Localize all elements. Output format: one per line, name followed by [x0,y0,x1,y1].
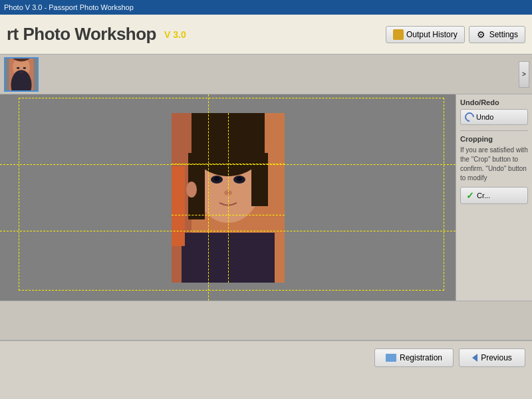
registration-button[interactable]: Registration [374,348,454,367]
thumbnail-scroll-button[interactable]: > [519,61,529,88]
settings-icon: ⚙ [476,29,487,40]
scroll-label: > [522,70,526,78]
svg-rect-16 [251,153,268,206]
svg-rect-23 [172,166,185,246]
footer: Registration Previous [0,340,532,374]
undo-label: Undo [476,113,493,121]
header: rt Photo Workshop V 3.0 Output History ⚙… [0,15,532,55]
cropping-section: Cropping If you are satisfied with the "… [460,130,528,204]
svg-rect-11 [182,233,275,283]
thumbnail-image [5,57,37,92]
checkmark-icon: ✓ [466,190,474,201]
svg-point-20 [237,177,242,181]
app-title: rt Photo Workshop [7,24,156,45]
main-content: Undo/Redo Undo Cropping If you are satis… [0,94,532,301]
thumbnail-item[interactable] [4,57,39,92]
header-buttons: Output History ⚙ Settings [386,26,525,43]
svg-point-22 [186,182,197,198]
svg-point-21 [224,190,232,196]
canvas-hline-2 [0,231,456,231]
crop-button[interactable]: ✓ Cr... [460,187,528,204]
photo-canvas [0,94,456,301]
version-label: V 3.0 [164,29,186,40]
undo-redo-title: Undo/Redo [460,98,528,106]
photo-wrapper [172,113,285,283]
settings-label: Settings [489,30,518,39]
canvas-hline-1 [0,164,456,165]
main-photo [172,113,285,283]
svg-point-6 [17,67,20,69]
title-bar: Photo V 3.0 - Passport Photo Workshop [0,0,532,15]
registration-label: Registration [400,353,442,362]
bottom-thumbnail-strip [0,301,532,340]
crop-label: Cr... [477,192,490,200]
undo-button[interactable]: Undo [460,109,528,125]
settings-button[interactable]: ⚙ Settings [469,26,525,43]
previous-icon [472,354,477,362]
svg-point-19 [214,177,219,181]
right-panel: Undo/Redo Undo Cropping If you are satis… [456,94,532,301]
output-history-label: Output History [406,30,458,39]
undo-redo-row: Undo [460,109,528,125]
canvas-vline-1 [208,94,209,301]
output-history-icon [393,29,404,40]
top-thumbnail-strip: > [0,55,532,94]
previous-button[interactable]: Previous [459,348,525,367]
title-text: Photo V 3.0 - Passport Photo Workshop [4,3,134,11]
svg-rect-14 [192,113,265,153]
registration-icon [386,354,396,362]
crop-instruction: If you are satisfied with the "Crop" but… [460,146,528,183]
cropping-title: Cropping [460,135,528,143]
svg-point-7 [23,67,27,69]
previous-label: Previous [481,353,512,362]
undo-icon [463,110,476,124]
output-history-button[interactable]: Output History [386,26,465,43]
